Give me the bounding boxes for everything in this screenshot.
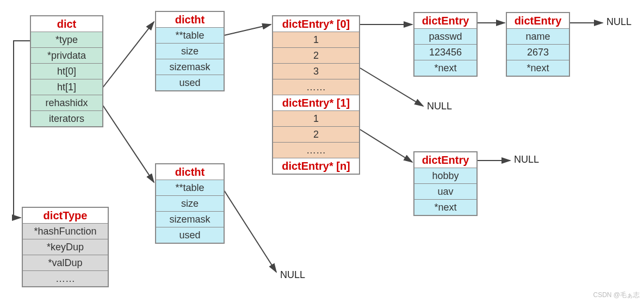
- entry1-val: 2673: [507, 45, 569, 60]
- field-table1: **table: [156, 180, 224, 196]
- field-iterators: iterators: [31, 111, 102, 126]
- struct-dictentry-name: dictEntry name 2673 *next: [506, 12, 570, 77]
- struct-dictht-1: dictht **table size sizemask used: [155, 163, 225, 244]
- field-ht0: ht[0]: [31, 64, 102, 79]
- table-slot: 2: [273, 127, 359, 143]
- field-sizemask1: sizemask: [156, 212, 224, 227]
- field-size0: size: [156, 44, 224, 59]
- field-type: *type: [31, 32, 102, 48]
- field-ht1: ht[1]: [31, 79, 102, 95]
- struct-dictht-0: dictht **table size sizemask used: [155, 11, 225, 91]
- entry2-val: uav: [414, 184, 476, 200]
- table-header-1: dictEntry* [1]: [273, 95, 359, 111]
- field-privdata: *privdata: [31, 48, 102, 64]
- field-used0: used: [156, 75, 224, 90]
- struct-dicttype: dictType *hashFunction *keyDup *valDup ……: [22, 207, 109, 287]
- field-keydup: *keyDup: [23, 239, 108, 255]
- watermark: CSDN @毛ぁ志: [593, 291, 640, 300]
- field-valdup: *valDup: [23, 255, 108, 271]
- field-rehashidx: rehashidx: [31, 95, 102, 111]
- table-slot: 1: [273, 111, 359, 127]
- entry0-next: *next: [414, 60, 476, 76]
- table-slot: 2: [273, 48, 359, 64]
- entry1-key: name: [507, 29, 569, 45]
- entry1-next: *next: [507, 60, 569, 76]
- table-slot: 1: [273, 32, 359, 48]
- null-label: NULL: [427, 101, 452, 112]
- field-ellipsis: ……: [23, 271, 108, 286]
- struct-dictht1-title: dictht: [156, 164, 224, 180]
- field-used1: used: [156, 227, 224, 243]
- entry0-title: dictEntry: [414, 13, 476, 29]
- field-hashfunction: *hashFunction: [23, 224, 108, 239]
- struct-dict-title: dict: [31, 16, 102, 32]
- table-slot: ……: [273, 143, 359, 158]
- null-label: NULL: [280, 269, 305, 281]
- struct-dictentry-hobby: dictEntry hobby uav *next: [413, 151, 478, 216]
- table-header-n: dictEntry* [n]: [273, 158, 359, 174]
- table-slot: 3: [273, 64, 359, 79]
- field-table0: **table: [156, 28, 224, 44]
- struct-dictentry-passwd: dictEntry passwd 123456 *next: [413, 12, 478, 77]
- entry0-val: 123456: [414, 45, 476, 60]
- null-label: NULL: [606, 16, 631, 28]
- entry2-key: hobby: [414, 168, 476, 184]
- null-label: NULL: [514, 154, 539, 165]
- entry2-title: dictEntry: [414, 152, 476, 168]
- table-slot: ……: [273, 79, 359, 95]
- diagram-canvas: dict *type *privdata ht[0] ht[1] rehashi…: [0, 0, 644, 302]
- field-size1: size: [156, 196, 224, 212]
- table-header-0: dictEntry* [0]: [273, 16, 359, 32]
- struct-dicttype-title: dictType: [23, 208, 108, 224]
- entry1-title: dictEntry: [507, 13, 569, 29]
- struct-table-array: dictEntry* [0] 1 2 3 …… dictEntry* [1] 1…: [272, 15, 360, 175]
- struct-dictht0-title: dictht: [156, 12, 224, 28]
- struct-dict: dict *type *privdata ht[0] ht[1] rehashi…: [30, 15, 103, 127]
- field-sizemask0: sizemask: [156, 59, 224, 75]
- entry2-next: *next: [414, 200, 476, 215]
- entry0-key: passwd: [414, 29, 476, 45]
